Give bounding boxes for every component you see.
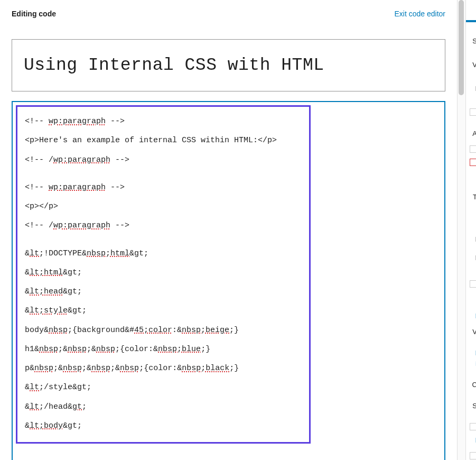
code-editor-focus-ring[interactable]: <!-- wp:paragraph --><p>Here's an exampl… <box>12 101 445 460</box>
scroll-thumb[interactable] <box>459 0 464 95</box>
app-container: Editing code Exit code editor Using Inte… <box>0 0 476 460</box>
spellcheck-span: nbsp <box>63 364 82 373</box>
spellcheck-span: nbsp <box>34 364 53 373</box>
editor-topbar: Editing code Exit code editor <box>0 0 457 18</box>
spellcheck-span: wp:paragraph <box>49 117 106 126</box>
spellcheck-span: lt <box>30 402 39 411</box>
code-line[interactable]: h1&nbsp;&nbsp;&nbsp;{color:&nbsp;blue;} <box>25 344 302 355</box>
spellcheck-span: nbsp <box>96 345 115 354</box>
spellcheck-span: lt;body <box>30 421 63 430</box>
main-scrollbar[interactable] <box>457 0 465 460</box>
blank-line <box>25 174 302 182</box>
spellcheck-span: lt;html <box>30 268 63 277</box>
code-line[interactable]: &lt;body&gt; <box>25 421 302 431</box>
code-editor-content[interactable]: <!-- wp:paragraph --><p>Here's an exampl… <box>25 116 302 431</box>
spellcheck-span: nbsp;beige <box>182 326 229 335</box>
spellcheck-span: nbsp <box>68 345 87 354</box>
code-line[interactable]: &lt;html&gt; <box>25 268 302 278</box>
code-line[interactable]: <!-- wp:paragraph --> <box>25 182 302 193</box>
settings-sidebar-sliver: S V I A T I I I V I i C S I <box>465 0 476 460</box>
spellcheck-span: wp:paragraph <box>53 221 110 230</box>
spellcheck-span: nbsp <box>49 326 68 335</box>
editing-code-label: Editing code <box>12 10 56 18</box>
code-line[interactable]: &lt;/style&gt; <box>25 382 302 393</box>
exit-code-editor-link[interactable]: Exit code editor <box>395 10 446 18</box>
code-line[interactable]: &lt;head&gt; <box>25 287 302 297</box>
spellcheck-span: lt;head <box>30 287 63 296</box>
code-line[interactable]: &lt;!DOCTYPE&nbsp;html&gt; <box>25 249 302 259</box>
code-line[interactable]: &lt;/head&gt; <box>25 402 302 412</box>
spellcheck-span: lt;style <box>30 306 68 315</box>
code-line[interactable]: <!-- wp:paragraph --> <box>25 116 302 127</box>
spellcheck-span: nbsp;black <box>182 364 229 373</box>
spellcheck-span: nbsp <box>39 345 58 354</box>
spellcheck-span: wp:paragraph <box>53 155 110 164</box>
post-title-box[interactable]: Using Internal CSS with HTML <box>12 39 445 91</box>
spellcheck-span: lt <box>30 249 39 258</box>
spellcheck-span: 45;color <box>134 326 172 335</box>
spellcheck-span: wp:paragraph <box>49 183 106 192</box>
spellcheck-span: nbsp;blue <box>158 345 201 354</box>
code-line[interactable]: <!-- /wp:paragraph --> <box>25 155 302 165</box>
post-title-text[interactable]: Using Internal CSS with HTML <box>24 56 433 75</box>
code-line[interactable]: <p>Here's an example of internal CSS wit… <box>25 135 302 146</box>
blank-line <box>25 240 302 249</box>
spellcheck-span: nbsp;html <box>87 249 129 258</box>
main-column: Editing code Exit code editor Using Inte… <box>0 0 457 460</box>
code-line[interactable]: p&nbsp;&nbsp;&nbsp;&nbsp;{color:&nbsp;bl… <box>25 363 302 374</box>
spellcheck-span: lt <box>30 383 39 392</box>
code-line[interactable]: <!-- /wp:paragraph --> <box>25 220 302 231</box>
main-scroll[interactable]: Editing code Exit code editor Using Inte… <box>0 0 457 460</box>
active-tab-underline <box>466 20 476 22</box>
spellcheck-span: nbsp <box>91 364 110 373</box>
code-line[interactable]: <p></p> <box>25 201 302 212</box>
code-selection-highlight: <!-- wp:paragraph --><p>Here's an exampl… <box>16 105 311 444</box>
code-line[interactable]: body&nbsp;{background&#45;color:&nbsp;be… <box>25 325 302 336</box>
code-line[interactable]: &lt;style&gt; <box>25 306 302 316</box>
spellcheck-span: nbsp <box>120 364 139 373</box>
spellcheck-span: gt <box>72 402 82 411</box>
